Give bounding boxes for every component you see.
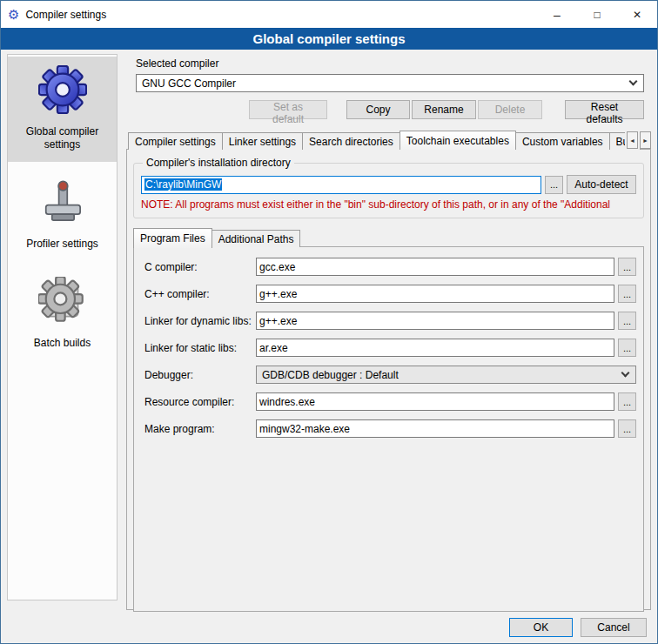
close-button[interactable]: ✕ [617,1,657,28]
sidebar-item-label: Profiler settings [26,238,98,251]
auto-detect-button[interactable]: Auto-detect [567,175,636,194]
sidebar-item-profiler-settings[interactable]: Profiler settings [8,169,117,261]
tab-scroll-left-button[interactable]: ◄ [627,131,638,149]
compiler-actions: Set as default Copy Rename Delete Reset … [136,100,644,119]
static-linker-label: Linker for static libs: [141,342,256,354]
resource-compiler-browse-button[interactable]: ... [618,392,636,411]
static-linker-value: ar.exe [259,342,288,354]
installation-directory-groupbox: Compiler's installation directory C:\ray… [133,157,644,218]
compiler-tabstrip: Compiler settings Linker settings Search… [128,130,651,150]
dynamic-linker-value: g++.exe [259,315,297,327]
gray-gear-icon [38,277,87,325]
make-program-browse-button[interactable]: ... [618,419,636,438]
debugger-label: Debugger: [141,369,256,381]
profiler-tool-icon [38,178,87,226]
make-program-input[interactable]: mingw32-make.exe [256,419,614,438]
cpp-compiler-value: g++.exe [259,288,297,300]
resource-compiler-label: Resource compiler: [141,396,256,408]
program-files-tabstrip: Program Files Additional Paths [133,227,644,247]
static-linker-row: Linker for static libs: ar.exe ... [141,339,636,357]
window-controls: – □ ✕ [537,1,657,28]
copy-button[interactable]: Copy [346,100,410,119]
c-compiler-browse-button[interactable]: ... [618,258,636,276]
tab-compiler-settings[interactable]: Compiler settings [128,132,223,150]
cpp-compiler-browse-button[interactable]: ... [618,285,636,303]
resource-compiler-value: windres.exe [259,396,315,408]
cpp-compiler-row: C++ compiler: g++.exe ... [141,285,636,303]
compiler-settings-window: ⚙ Compiler settings – □ ✕ Global compile… [0,0,658,644]
dialog-footer: OK Cancel [509,618,647,637]
dialog-body: Global compiler settings Profiler settin… [1,50,657,643]
c-compiler-value: gcc.exe [259,261,295,273]
selected-compiler-value: GNU GCC Compiler [142,77,236,90]
install-dir-value: C:\raylib\MinGW [144,178,222,191]
dynamic-linker-row: Linker for dynamic libs: g++.exe ... [141,312,636,330]
bin-subdirectory-note: NOTE: All programs must exist either in … [141,198,636,211]
set-as-default-button[interactable]: Set as default [249,100,327,119]
selected-compiler-label: Selected compiler [136,57,651,70]
tab-program-files[interactable]: Program Files [133,228,212,248]
cpp-compiler-label: C++ compiler: [141,288,256,300]
chevron-down-icon [621,369,630,378]
dialog-header-title: Global compiler settings [252,31,405,46]
dynamic-linker-browse-button[interactable]: ... [618,312,636,330]
selected-compiler-dropdown[interactable]: GNU GCC Compiler [136,74,644,92]
tab-scroll-right-button[interactable]: ► [640,131,651,149]
ok-button[interactable]: OK [509,618,573,637]
c-compiler-label: C compiler: [141,261,256,273]
static-linker-browse-button[interactable]: ... [618,339,636,357]
installation-directory-title: Compiler's installation directory [143,157,294,169]
cpp-compiler-input[interactable]: g++.exe [256,285,614,303]
delete-button[interactable]: Delete [478,100,542,119]
debugger-value: GDB/CDB debugger : Default [262,369,399,381]
resource-compiler-input[interactable]: windres.exe [256,392,614,411]
titlebar: ⚙ Compiler settings – □ ✕ [1,1,657,28]
make-program-value: mingw32-make.exe [259,423,350,435]
c-compiler-input[interactable]: gcc.exe [256,258,614,276]
resource-compiler-row: Resource compiler: windres.exe ... [141,392,636,411]
window-title: Compiler settings [25,9,106,21]
toolchain-executables-page: Compiler's installation directory C:\ray… [126,149,651,610]
tab-custom-variables[interactable]: Custom variables [515,132,610,150]
blue-gear-icon [38,65,87,114]
debugger-row: Debugger: GDB/CDB debugger : Default [141,366,636,384]
tab-scroll-controls: ◄ ► [625,131,651,149]
dynamic-linker-input[interactable]: g++.exe [256,312,614,330]
sidebar-item-label: Batch builds [34,337,91,350]
debugger-select[interactable]: GDB/CDB debugger : Default [256,366,636,384]
installation-directory-row: C:\raylib\MinGW ... Auto-detect [141,175,636,194]
tab-additional-paths[interactable]: Additional Paths [212,230,301,247]
minimize-button[interactable]: – [537,1,577,28]
install-dir-input[interactable]: C:\raylib\MinGW [141,176,541,194]
app-gear-icon: ⚙ [8,8,19,21]
maximize-button[interactable]: □ [577,1,617,28]
main-content: Selected compiler GNU GCC Compiler Set a… [126,50,651,643]
reset-defaults-button[interactable]: Reset defaults [565,100,644,119]
dynamic-linker-label: Linker for dynamic libs: [141,315,256,327]
dialog-header: Global compiler settings [1,28,657,50]
tab-linker-settings[interactable]: Linker settings [222,132,303,150]
install-dir-browse-button[interactable]: ... [545,176,563,194]
tab-toolchain-executables[interactable]: Toolchain executables [400,131,516,150]
make-program-row: Make program: mingw32-make.exe ... [141,419,636,438]
sidebar-item-batch-builds[interactable]: Batch builds [8,268,117,360]
rename-button[interactable]: Rename [412,100,476,119]
settings-category-list: Global compiler settings Profiler settin… [7,54,118,600]
static-linker-input[interactable]: ar.exe [256,339,614,357]
tab-search-directories[interactable]: Search directories [302,132,400,150]
make-program-label: Make program: [141,423,256,435]
chevron-down-icon [629,77,638,86]
sidebar-item-label: Global compiler settings [13,125,111,151]
cancel-button[interactable]: Cancel [581,618,647,637]
c-compiler-row: C compiler: gcc.exe ... [141,258,636,276]
sidebar-item-global-compiler-settings[interactable]: Global compiler settings [8,57,117,162]
program-files-panel: C compiler: gcc.exe ... C++ compiler: g+… [133,246,644,612]
